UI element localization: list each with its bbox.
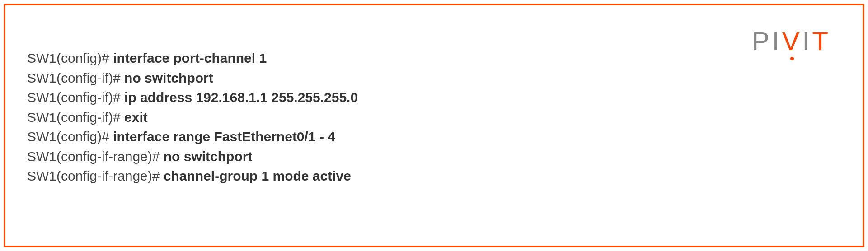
logo-letter-i2: I [802,26,812,56]
logo-dot-icon [790,57,794,60]
logo-letter-t: T [812,26,831,56]
terminal-command: exit [124,110,148,125]
terminal-prompt: SW1(config-if)# [27,90,124,105]
terminal-prompt: SW1(config-if)# [27,70,124,85]
bordered-container: P I V I T SW1(config)# interface port-ch… [4,4,864,247]
terminal-prompt: SW1(config)# [27,51,113,65]
logo-letter-i1: I [772,26,782,56]
terminal-line: SW1(config-if)# exit [27,107,841,127]
terminal-command: interface range FastEthernet0/1 - 4 [113,129,335,144]
terminal-line: SW1(config)# interface port-channel 1 [27,48,841,68]
terminal-command: ip address 192.168.1.1 255.255.255.0 [124,90,358,105]
logo-letter-p: P [752,26,772,56]
terminal-line: SW1(config-if)# no switchport [27,68,841,88]
pivit-logo: P I V I T [752,26,831,56]
logo-v-container: V [782,26,802,56]
terminal-line: SW1(config-if-range)# no switchport [27,147,841,167]
terminal-prompt: SW1(config-if)# [27,110,124,125]
terminal-prompt: SW1(config-if-range)# [27,168,164,183]
logo-letter-v: V [782,26,802,56]
terminal-output: SW1(config)# interface port-channel 1 SW… [27,48,841,186]
terminal-command: no switchport [164,149,253,164]
terminal-command: channel-group 1 mode active [164,168,351,183]
terminal-command: no switchport [124,70,213,85]
terminal-line: SW1(config-if-range)# channel-group 1 mo… [27,166,841,186]
terminal-line: SW1(config-if)# ip address 192.168.1.1 2… [27,88,841,107]
terminal-line: SW1(config)# interface range FastEtherne… [27,127,841,147]
terminal-prompt: SW1(config)# [27,129,113,144]
terminal-prompt: SW1(config-if-range)# [27,149,164,164]
terminal-command: interface port-channel 1 [113,51,267,65]
